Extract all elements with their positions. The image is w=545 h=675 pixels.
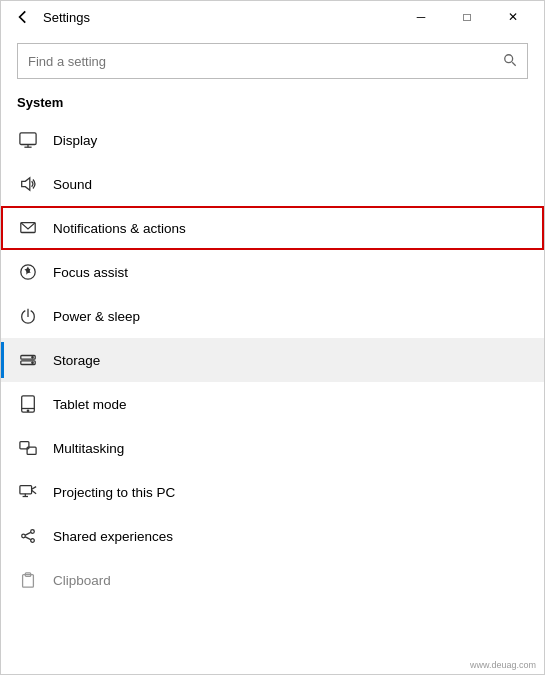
search-icon	[503, 53, 517, 70]
sidebar-item-projecting-label: Projecting to this PC	[53, 485, 175, 500]
search-input[interactable]	[28, 54, 503, 69]
minimize-button[interactable]: ─	[398, 1, 444, 33]
sidebar-item-clipboard[interactable]: Clipboard	[1, 558, 544, 602]
notifications-icon	[17, 217, 39, 239]
sidebar-item-sound-label: Sound	[53, 177, 92, 192]
svg-marker-5	[22, 178, 30, 191]
svg-rect-2	[20, 133, 36, 145]
svg-rect-18	[20, 486, 32, 494]
sidebar-item-shared[interactable]: Shared experiences	[1, 514, 544, 558]
sidebar-item-notifications-label: Notifications & actions	[53, 221, 186, 236]
svg-line-26	[25, 532, 30, 535]
shared-icon	[17, 525, 39, 547]
focus-icon	[17, 261, 39, 283]
svg-line-27	[25, 537, 30, 540]
sound-icon	[17, 173, 39, 195]
svg-point-24	[22, 534, 26, 538]
sidebar-item-storage[interactable]: Storage	[1, 338, 544, 382]
nav-list: Display Sound Notifications & actions	[1, 118, 544, 674]
sidebar-item-multitasking-label: Multitasking	[53, 441, 124, 456]
svg-point-23	[31, 530, 35, 534]
svg-point-25	[31, 539, 35, 543]
window-controls: ─ □ ✕	[398, 1, 536, 33]
sidebar-item-power-label: Power & sleep	[53, 309, 140, 324]
sidebar-item-sound[interactable]: Sound	[1, 162, 544, 206]
system-heading: System	[1, 89, 544, 118]
search-section	[1, 33, 544, 89]
search-box[interactable]	[17, 43, 528, 79]
svg-point-0	[505, 54, 513, 62]
sidebar-item-multitasking[interactable]: Multitasking	[1, 426, 544, 470]
power-icon	[17, 305, 39, 327]
display-icon	[17, 129, 39, 151]
sidebar-item-focus-label: Focus assist	[53, 265, 128, 280]
sidebar-item-display-label: Display	[53, 133, 97, 148]
clipboard-icon	[17, 569, 39, 591]
maximize-button[interactable]: □	[444, 1, 490, 33]
svg-point-11	[32, 357, 33, 358]
window-title: Settings	[37, 10, 398, 25]
back-button[interactable]	[9, 3, 37, 31]
svg-point-12	[32, 362, 33, 363]
sidebar-item-tablet[interactable]: Tablet mode	[1, 382, 544, 426]
sidebar-item-tablet-label: Tablet mode	[53, 397, 127, 412]
close-button[interactable]: ✕	[490, 1, 536, 33]
sidebar-item-focus[interactable]: Focus assist	[1, 250, 544, 294]
tablet-icon	[17, 393, 39, 415]
projecting-icon	[17, 481, 39, 503]
sidebar-item-shared-label: Shared experiences	[53, 529, 173, 544]
sidebar-item-notifications[interactable]: Notifications & actions	[1, 206, 544, 250]
settings-window: Settings ─ □ ✕ System	[0, 0, 545, 675]
sidebar-item-power[interactable]: Power & sleep	[1, 294, 544, 338]
multitasking-icon	[17, 437, 39, 459]
storage-icon	[17, 349, 39, 371]
svg-line-1	[512, 62, 516, 66]
sidebar-item-storage-label: Storage	[53, 353, 100, 368]
sidebar-item-clipboard-label: Clipboard	[53, 573, 111, 588]
svg-line-19	[32, 487, 36, 490]
sidebar-item-display[interactable]: Display	[1, 118, 544, 162]
sidebar-item-projecting[interactable]: Projecting to this PC	[1, 470, 544, 514]
title-bar: Settings ─ □ ✕	[1, 1, 544, 33]
svg-line-20	[32, 490, 36, 494]
svg-point-15	[27, 410, 28, 411]
